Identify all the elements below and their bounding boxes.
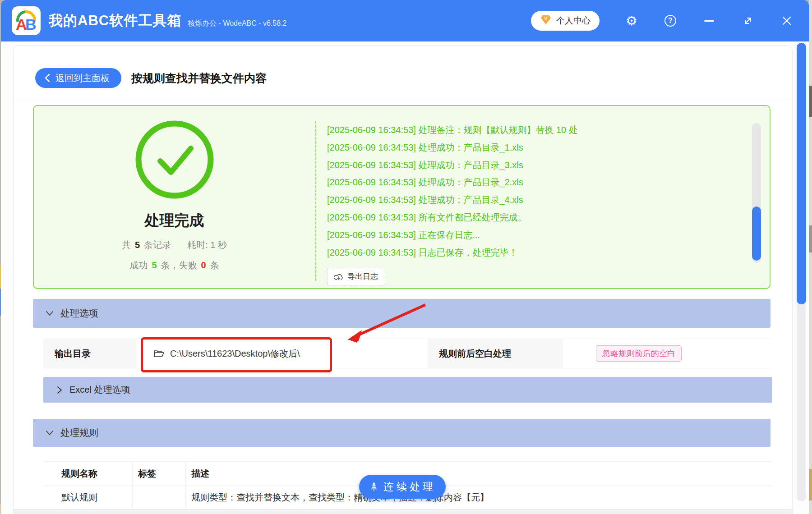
output-dir-label: 输出目录 [43,339,137,368]
page-header: 返回到主面板 按规则查找并替换文件内容 [35,68,267,88]
user-center-label: 个人中心 [556,15,591,27]
minimize-button[interactable] [702,14,716,28]
section-options-title: 处理选项 [60,307,98,320]
window-scrollbar-thumb[interactable] [797,43,806,304]
maximize-button[interactable] [741,14,755,28]
elapsed-time: 耗时: 1 秒 [187,239,227,251]
header-divider [14,98,792,98]
fail-count: 0 [201,260,206,271]
chevron-right-icon [57,386,62,394]
download-cloud-icon [334,273,343,281]
log-area: [2025-06-09 16:34:53] 处理备注：规则【默认规则】替换 10… [327,121,742,261]
log-scrollbar-thumb[interactable] [752,207,761,261]
chevron-left-icon [44,73,50,83]
log-line: [2025-06-09 16:34:53] 处理成功：产品目录_2.xls [327,174,742,191]
rocket-icon [369,482,379,492]
log-line: [2025-06-09 16:34:53] 处理成功：产品目录_4.xls [327,191,742,209]
window-scrollbar[interactable] [797,43,806,501]
export-log-button[interactable]: 导出日志 [327,268,385,285]
app-logo-icon: A B [12,6,41,35]
desktop-edge-sliver [809,225,812,252]
excel-options-label: Excel 处理选项 [69,384,130,396]
log-line: [2025-06-09 16:34:53] 所有文件都已经处理完成。 [327,209,742,226]
app-window: A B 我的ABC软件工具箱 核烁办公 - WodeABC - v6.58.2 … [1,0,809,514]
col-header-desc: 描述 [185,462,772,486]
card-bottom-strip [14,509,792,514]
total-count: 5 [135,240,140,250]
success-check-icon [134,119,215,200]
result-summary: 处理完成 共 5 条记录 耗时: 1 秒 成功 5 条，失败 0 条 [34,106,315,288]
options-row: 输出目录 C:\Users\11623\Desktop\修改后\ 规则前后空白处… [43,339,772,368]
log-line: [2025-06-09 16:34:53] 处理成功：产品目录_1.xls [327,139,742,156]
continue-process-button[interactable]: 连续处理 [359,475,446,499]
chevron-down-icon [46,430,54,436]
desktop-edge-sliver [809,86,812,117]
app-subtitle: 核烁办公 - WodeABC - v6.58.2 [188,14,286,28]
help-icon[interactable]: ? [664,14,677,28]
screenshot-root: A B 我的ABC软件工具箱 核烁办公 - WodeABC - v6.58.2 … [0,0,812,514]
close-button[interactable] [780,14,794,28]
rule-desc-cell: 规则类型：查找并替换文本，查找类型：精确文本，描述：删除内容【元】 [185,486,772,509]
whitespace-option-value: 忽略规则前后的空白 [563,339,772,368]
whitespace-option-badge[interactable]: 忽略规则前后的空白 [596,345,682,362]
main-card: 返回到主面板 按规则查找并替换文件内容 处理完成 共 5 条记录 [13,45,793,514]
settings-gear-icon[interactable]: ⚙ [625,14,638,28]
col-header-name: 规则名称 [43,462,132,486]
stats-total-line: 共 5 条记录 耗时: 1 秒 [122,239,227,251]
titlebar: A B 我的ABC软件工具箱 核烁办公 - WodeABC - v6.58.2 … [1,0,809,41]
page-title: 按规则查找并替换文件内容 [131,71,267,86]
log-scrollbar[interactable] [752,123,761,263]
log-divider [315,121,316,281]
section-rules-title: 处理规则 [60,427,98,439]
log-line: [2025-06-09 16:34:53] 处理成功：产品目录_3.xls [327,156,742,174]
vip-badge-icon: V [540,14,552,28]
desktop-edge-sliver [809,469,812,500]
output-dir-field[interactable]: C:\Users\11623\Desktop\修改后\ [137,339,428,368]
col-header-tag: 标签 [132,462,185,486]
status-title: 处理完成 [145,211,204,231]
continue-process-label: 连续处理 [383,480,436,494]
success-count: 5 [152,260,157,271]
back-button-label: 返回到主面板 [55,72,110,84]
app-title: 我的ABC软件工具箱 [49,11,181,30]
section-rules-header[interactable]: 处理规则 [33,419,770,447]
svg-text:B: B [25,16,37,33]
back-to-dashboard-button[interactable]: 返回到主面板 [35,68,121,88]
stats-result-line: 成功 5 条，失败 0 条 [129,259,219,271]
chevron-down-icon [46,311,54,316]
folder-open-icon [153,349,164,358]
output-dir-value: C:\Users\11623\Desktop\修改后\ [170,348,300,360]
svg-text:V: V [544,16,548,21]
log-line: [2025-06-09 16:34:53] 处理备注：规则【默认规则】替换 10… [327,121,742,139]
rule-tag-cell [132,486,185,509]
export-log-label: 导出日志 [347,271,378,282]
desktop-edge-sliver [809,0,812,514]
rule-name-cell: 默认规则 [43,486,132,509]
whitespace-option-label: 规则前后空白处理 [428,339,563,368]
user-center-button[interactable]: V 个人中心 [531,11,600,31]
help-glyph: ? [668,17,673,25]
log-line: [2025-06-09 16:34:53] 日志已保存，处理完毕！ [327,244,742,262]
titlebar-controls: V 个人中心 ⚙ ? [531,11,794,31]
log-line: [2025-06-09 16:34:53] 正在保存日志... [327,226,742,244]
result-panel: 处理完成 共 5 条记录 耗时: 1 秒 成功 5 条，失败 0 条 [33,105,770,289]
excel-options-header[interactable]: Excel 处理选项 [43,377,772,403]
section-options-header[interactable]: 处理选项 [33,299,770,328]
